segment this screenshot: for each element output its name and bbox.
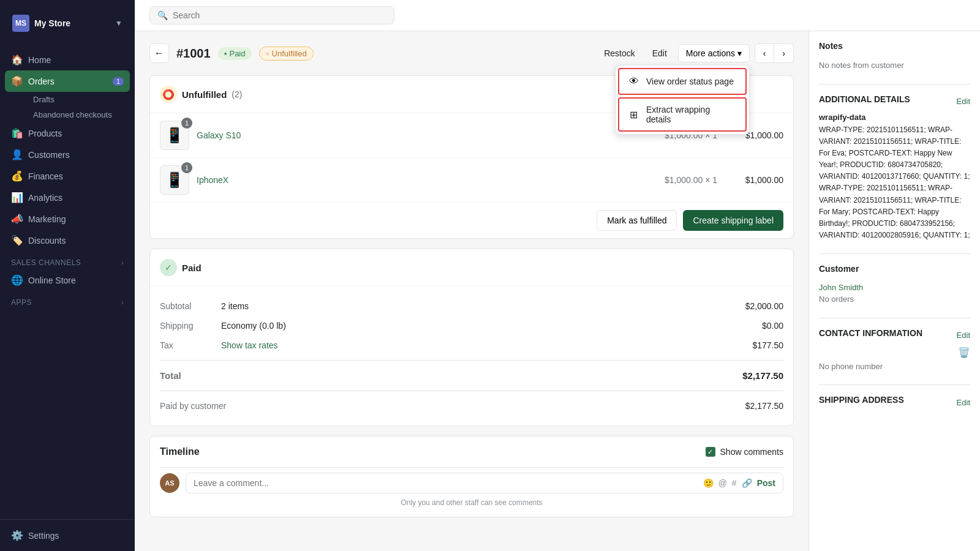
home-icon: 🏠: [11, 54, 22, 66]
payment-divider: [160, 360, 783, 361]
contact-edit-link[interactable]: Edit: [957, 331, 970, 340]
customer-orders: No orders: [819, 293, 970, 305]
attachment-icon[interactable]: 🔗: [742, 478, 752, 488]
unfulfilled-count: (2): [232, 89, 242, 99]
trash-icon[interactable]: 🗑️: [958, 347, 970, 358]
sidebar-item-settings[interactable]: ⚙️ Settings: [5, 525, 130, 546]
panel-divider-2: [819, 253, 970, 254]
sidebar-item-orders[interactable]: 📦 Orders 1: [5, 70, 130, 92]
store-name: My Store: [34, 18, 70, 28]
sidebar-item-customers-label: Customers: [28, 150, 70, 160]
search-input[interactable]: [173, 10, 386, 20]
sidebar-header: MS My Store ▼: [0, 0, 135, 47]
back-button[interactable]: ←: [149, 43, 169, 63]
no-notes-text: No notes from customer: [819, 59, 970, 72]
comment-note: Only you and other staff can see comment…: [160, 498, 783, 507]
chevron-down-icon: ▾: [737, 48, 742, 58]
search-container[interactable]: 🔍: [149, 6, 394, 24]
sidebar-item-marketing-label: Marketing: [28, 214, 66, 224]
sidebar-item-home[interactable]: 🏠 Home: [5, 49, 130, 70]
wrap-data-text: WRAP-TYPE: 20215101156511; WRAP-VARIANT:…: [819, 124, 970, 242]
payment-title: Paid: [182, 263, 202, 273]
store-chevron: ▼: [115, 19, 123, 28]
subtotal-label: Subtotal: [160, 301, 221, 311]
online-store-icon: 🌐: [11, 274, 22, 286]
payment-card: ✓ Paid Subtotal 2 items $2,000.00 Shippi…: [149, 249, 794, 426]
tax-label: Tax: [160, 340, 221, 350]
shipping-amount: $0.00: [762, 321, 783, 331]
sidebar-item-settings-label: Settings: [28, 531, 59, 541]
timeline-card: Timeline ✓ Show comments AS 🙂: [149, 436, 794, 517]
show-comments-toggle[interactable]: ✓ Show comments: [706, 447, 783, 457]
eye-icon: 👁: [628, 75, 640, 88]
post-button[interactable]: Post: [757, 478, 775, 488]
header-actions: Restock Edit More actions ▾ 👁 View order…: [598, 43, 794, 63]
shipping-address-title: SHIPPING ADDRESS: [819, 395, 904, 405]
dropdown-view-order-status[interactable]: 👁 View order status page: [618, 68, 747, 95]
tax-amount: $177.50: [752, 340, 783, 350]
sales-channels-label: Sales channels ›: [5, 251, 130, 269]
show-comments-checkbox[interactable]: ✓: [706, 447, 715, 457]
sidebar-item-online-store[interactable]: 🌐 Online Store: [5, 269, 130, 291]
sidebar-item-abandoned[interactable]: Abandoned checkouts: [27, 107, 130, 122]
sidebar-item-orders-label: Orders: [28, 77, 55, 86]
sidebar-nav: 🏠 Home 📦 Orders 1 Drafts Abandoned check…: [0, 47, 135, 519]
customers-icon: 👤: [11, 149, 22, 160]
product-name-1[interactable]: IphoneX: [197, 175, 657, 185]
sidebar-item-discounts[interactable]: 🏷️ Discounts: [5, 230, 130, 251]
tax-row: Tax Show tax rates $177.50: [160, 335, 783, 355]
sidebar-item-customers[interactable]: 👤 Customers: [5, 144, 130, 165]
shipping-desc: Economy (0.0 lb): [221, 321, 762, 331]
hashtag-icon[interactable]: #: [732, 478, 737, 488]
sidebar-item-marketing[interactable]: 📣 Marketing: [5, 208, 130, 230]
customer-name-link[interactable]: John Smidth: [819, 283, 863, 292]
sidebar-item-analytics[interactable]: 📊 Analytics: [5, 187, 130, 208]
shipping-label: Shipping: [160, 321, 221, 331]
sidebar-orders-sub: Drafts Abandoned checkouts: [5, 92, 130, 122]
products-icon: 🛍️: [11, 127, 22, 139]
tax-link[interactable]: Show tax rates: [221, 340, 752, 350]
create-shipping-button[interactable]: Create shipping label: [683, 210, 783, 231]
more-actions-button[interactable]: More actions ▾: [678, 44, 750, 62]
customer-header: Customer: [819, 264, 970, 279]
shipping-row: Shipping Economy (0.0 lb) $0.00: [160, 316, 783, 335]
shipping-address-header: SHIPPING ADDRESS Edit: [819, 395, 970, 410]
main-area: 🔍 ← #1001 Paid Unfulfilled Restock Edit …: [135, 0, 980, 551]
restock-button[interactable]: Restock: [598, 45, 641, 62]
sidebar: MS My Store ▼ 🏠 Home 📦 Orders 1 Drafts A…: [0, 0, 135, 551]
store-selector[interactable]: MS My Store ▼: [7, 10, 127, 37]
topbar: 🔍: [135, 0, 980, 31]
product-image-0: 📱 1: [160, 121, 189, 150]
additional-details-edit-link[interactable]: Edit: [957, 97, 970, 106]
edit-button[interactable]: Edit: [646, 45, 673, 62]
total-amount: $2,177.50: [742, 370, 783, 381]
emoji-icon[interactable]: 🙂: [703, 478, 714, 488]
shipping-edit-link[interactable]: Edit: [957, 398, 970, 407]
additional-details-title: ADDITIONAL DETAILS: [819, 94, 910, 104]
subtotal-row: Subtotal 2 items $2,000.00: [160, 296, 783, 316]
product-name-0[interactable]: Galaxy S10: [197, 130, 657, 140]
product-row-1: 📱 1 IphoneX $1,000.00 × 1 $1,000.00: [150, 158, 793, 203]
comment-input[interactable]: [194, 478, 698, 488]
right-panel: Notes No notes from customer ADDITIONAL …: [809, 31, 980, 551]
sidebar-item-drafts[interactable]: Drafts: [27, 92, 130, 107]
payment-card-header: ✓ Paid: [150, 249, 793, 287]
mention-icon[interactable]: @: [718, 478, 727, 488]
apps-arrow: ›: [121, 299, 124, 306]
user-avatar: AS: [160, 473, 179, 493]
unfulfilled-status-icon: ⭕: [160, 86, 177, 103]
sidebar-item-home-label: Home: [28, 55, 51, 65]
nav-prev-button[interactable]: ‹: [755, 43, 774, 63]
paid-status-icon: ✓: [160, 259, 177, 276]
sidebar-item-finances-label: Finances: [28, 171, 63, 181]
sidebar-item-online-store-label: Online Store: [28, 276, 76, 285]
mark-fulfilled-button[interactable]: Mark as fulfilled: [597, 210, 677, 231]
nav-next-button[interactable]: ›: [774, 43, 794, 63]
dropdown-extract-wrapping[interactable]: ⊞ Extract wrapping details: [618, 97, 747, 132]
product-price-1: $1,000.00 × 1: [665, 175, 717, 185]
sidebar-item-products[interactable]: 🛍️ Products: [5, 122, 130, 144]
sales-channels-arrow: ›: [121, 260, 124, 266]
sidebar-item-finances[interactable]: 💰 Finances: [5, 165, 130, 187]
timeline-title: Timeline: [160, 446, 200, 457]
comment-icons: 🙂 @ # 🔗: [703, 478, 752, 488]
